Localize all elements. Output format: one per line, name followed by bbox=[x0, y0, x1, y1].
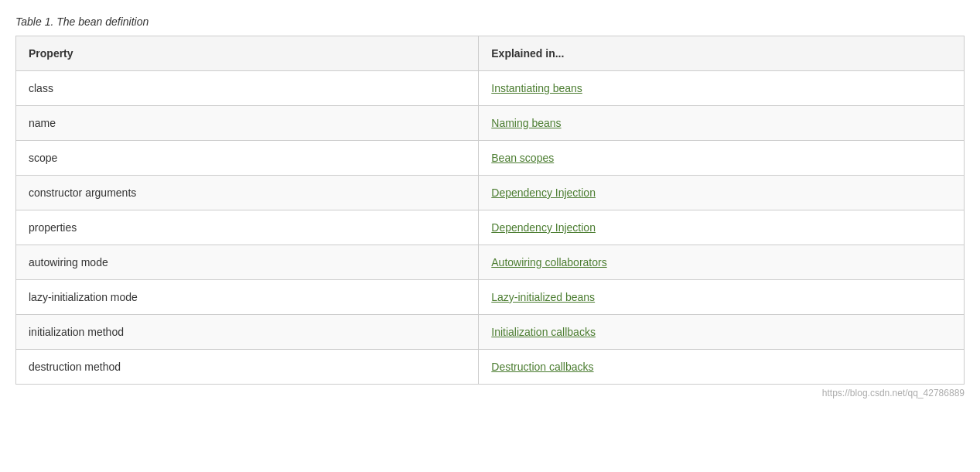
table-link[interactable]: Dependency Injection bbox=[491, 186, 596, 199]
cell-explained: Initialization callbacks bbox=[479, 315, 965, 350]
table-row: scopeBean scopes bbox=[16, 141, 965, 176]
table-link[interactable]: Lazy-initialized beans bbox=[491, 291, 595, 303]
table-row: destruction methodDestruction callbacks bbox=[16, 350, 965, 385]
bean-definition-table: Property Explained in... classInstantiat… bbox=[15, 36, 965, 385]
table-row: initialization methodInitialization call… bbox=[16, 315, 965, 350]
table-caption: Table 1. The bean definition bbox=[15, 15, 965, 28]
cell-explained: Instantiating beans bbox=[479, 71, 965, 106]
table-link[interactable]: Initialization callbacks bbox=[491, 326, 596, 338]
table-link[interactable]: Autowiring collaborators bbox=[491, 256, 606, 268]
table-row: autowiring modeAutowiring collaborators bbox=[16, 245, 965, 280]
cell-property: initialization method bbox=[16, 315, 479, 350]
cell-property: autowiring mode bbox=[16, 245, 479, 280]
table-header-row: Property Explained in... bbox=[16, 36, 965, 71]
cell-explained: Lazy-initialized beans bbox=[479, 280, 965, 315]
cell-explained: Destruction callbacks bbox=[479, 350, 965, 385]
cell-explained: Dependency Injection bbox=[479, 210, 965, 245]
table-link[interactable]: Destruction callbacks bbox=[491, 361, 593, 373]
cell-property: scope bbox=[16, 141, 479, 176]
watermark: https://blog.csdn.net/qq_42786889 bbox=[15, 388, 965, 398]
column-header-explained: Explained in... bbox=[479, 36, 965, 71]
cell-explained: Dependency Injection bbox=[479, 176, 965, 210]
table-row: nameNaming beans bbox=[16, 106, 965, 141]
cell-property: destruction method bbox=[16, 350, 479, 385]
table-link[interactable]: Instantiating beans bbox=[491, 82, 582, 94]
table-row: propertiesDependency Injection bbox=[16, 210, 965, 245]
cell-property: constructor arguments bbox=[16, 176, 479, 210]
cell-explained: Bean scopes bbox=[479, 141, 965, 176]
cell-explained: Autowiring collaborators bbox=[479, 245, 965, 280]
cell-property: class bbox=[16, 71, 479, 106]
table-row: classInstantiating beans bbox=[16, 71, 965, 106]
table-row: constructor argumentsDependency Injectio… bbox=[16, 176, 965, 210]
cell-property: properties bbox=[16, 210, 479, 245]
column-header-property: Property bbox=[16, 36, 479, 71]
table-link[interactable]: Dependency Injection bbox=[491, 221, 596, 234]
cell-property: name bbox=[16, 106, 479, 141]
table-link[interactable]: Bean scopes bbox=[491, 152, 554, 164]
table-row: lazy-initialization modeLazy-initialized… bbox=[16, 280, 965, 315]
cell-explained: Naming beans bbox=[479, 106, 965, 141]
cell-property: lazy-initialization mode bbox=[16, 280, 479, 315]
table-link[interactable]: Naming beans bbox=[491, 117, 561, 129]
